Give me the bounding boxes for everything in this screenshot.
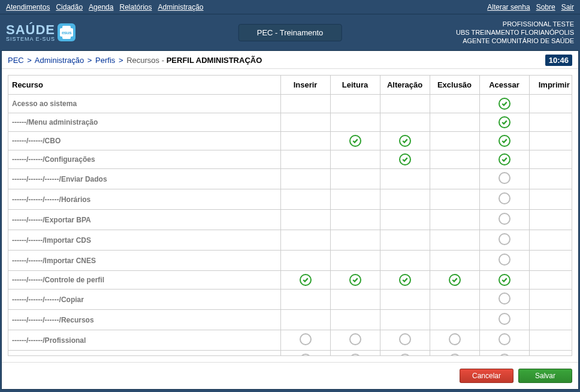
permission-cell[interactable] [479, 150, 529, 169]
permission-cell [529, 271, 572, 290]
permission-cell[interactable] [330, 330, 380, 351]
permission-cell[interactable] [479, 210, 529, 230]
uncheck-icon[interactable] [300, 354, 312, 355]
check-icon[interactable] [399, 135, 411, 147]
permission-cell [280, 113, 330, 132]
permission-cell[interactable] [330, 132, 380, 150]
permission-cell [380, 251, 430, 271]
permission-cell[interactable] [280, 271, 330, 290]
uncheck-icon[interactable] [449, 354, 461, 355]
check-icon[interactable] [449, 274, 461, 286]
uncheck-icon[interactable] [499, 254, 510, 266]
table-row: ------/------/Controle de perfil [8, 271, 572, 290]
crumb-pec[interactable]: PEC [8, 56, 24, 65]
permission-cell[interactable] [479, 290, 529, 310]
permission-cell [529, 113, 572, 132]
permission-cell[interactable] [479, 251, 529, 271]
check-icon[interactable] [300, 274, 312, 286]
uncheck-icon[interactable] [449, 333, 461, 345]
col-acessar: Acessar [479, 76, 529, 95]
permission-cell[interactable] [330, 271, 380, 290]
check-icon[interactable] [499, 135, 510, 147]
permission-cell [529, 150, 572, 169]
uncheck-icon[interactable] [499, 333, 510, 345]
uncheck-icon[interactable] [499, 233, 510, 245]
permission-cell[interactable] [479, 113, 529, 132]
check-icon[interactable] [399, 274, 411, 286]
nav-agenda[interactable]: Agenda [89, 3, 113, 11]
table-row: ------/------/------/Horários [8, 189, 572, 210]
table-row: ------/------/------/Enviar Dados [8, 169, 572, 189]
check-icon[interactable] [499, 116, 510, 128]
nav-sair[interactable]: Sair [561, 3, 574, 11]
check-icon[interactable] [349, 274, 361, 286]
uncheck-icon[interactable] [349, 354, 361, 355]
nav-cidadao[interactable]: Cidadão [56, 3, 83, 11]
uncheck-icon[interactable] [399, 333, 411, 345]
uncheck-icon[interactable] [349, 333, 361, 345]
check-icon[interactable] [499, 274, 510, 286]
nav-relatorios[interactable]: Relatórios [119, 3, 152, 11]
pec-badge: PEC - Treinamento [238, 24, 342, 41]
uncheck-icon[interactable] [499, 192, 510, 204]
table-row: ------/------/Importar CNES [8, 251, 572, 271]
resource-label: ------/------/Configurações [8, 150, 280, 169]
header: SAÚDE SISTEMA E-SUS esus PEC - Treinamen… [0, 14, 580, 50]
uncheck-icon[interactable] [499, 213, 510, 225]
check-icon[interactable] [499, 98, 510, 110]
permission-cell[interactable] [479, 230, 529, 251]
uncheck-icon[interactable] [300, 333, 312, 345]
permission-cell [280, 290, 330, 310]
check-icon[interactable] [349, 135, 361, 147]
crumb-admin[interactable]: Administração [35, 56, 84, 65]
permission-cell[interactable] [280, 330, 330, 351]
permission-cell[interactable] [380, 150, 430, 169]
permission-cell [330, 150, 380, 169]
save-button[interactable]: Salvar [518, 369, 572, 383]
permission-cell [380, 310, 430, 330]
permission-cell[interactable] [479, 169, 529, 189]
nav-sobre[interactable]: Sobre [536, 3, 555, 11]
resource-label: ------/------/------/Horários [8, 189, 280, 210]
permission-cell[interactable] [380, 132, 430, 150]
table-row: Acesso ao sistema [8, 95, 572, 113]
permission-cell[interactable] [380, 351, 430, 356]
col-inserir: Inserir [280, 76, 330, 95]
permission-cell[interactable] [430, 351, 479, 356]
cancel-button[interactable]: Cancelar [460, 369, 513, 383]
table-scroll[interactable]: Recurso Inserir Leitura Alteração Exclus… [8, 76, 572, 355]
check-icon[interactable] [499, 153, 510, 165]
permission-cell[interactable] [479, 271, 529, 290]
permission-cell[interactable] [330, 351, 380, 356]
check-icon[interactable] [399, 153, 411, 165]
permission-cell[interactable] [430, 271, 479, 290]
resource-label: ------/------/------/Enviar Dados [8, 169, 280, 189]
permission-cell[interactable] [430, 330, 479, 351]
permission-cell [280, 132, 330, 150]
uncheck-icon[interactable] [499, 293, 510, 304]
nav-atendimentos[interactable]: Atendimentos [6, 3, 50, 11]
uncheck-icon[interactable] [399, 354, 411, 355]
resource-label: ------/------/CBO [8, 132, 280, 150]
permission-cell[interactable] [380, 271, 430, 290]
permission-cell[interactable] [479, 132, 529, 150]
permission-cell[interactable] [380, 330, 430, 351]
permission-cell[interactable] [280, 351, 330, 356]
crumb-perfis[interactable]: Perfis [95, 56, 115, 65]
permission-cell[interactable] [479, 330, 529, 351]
nav-alterar-senha[interactable]: Alterar senha [487, 3, 530, 11]
uncheck-icon[interactable] [499, 354, 510, 355]
nav-administracao[interactable]: Administração [158, 3, 204, 11]
uncheck-icon[interactable] [499, 172, 510, 184]
permission-cell[interactable] [479, 310, 529, 330]
col-exclusao: Exclusão [430, 76, 479, 95]
permission-cell [430, 150, 479, 169]
permission-cell[interactable] [479, 95, 529, 113]
permission-cell[interactable] [479, 189, 529, 210]
breadcrumb-bar: PEC > Administração > Perfis > Recursos … [2, 51, 578, 69]
user-line2: UBS TREINAMENTO FLORIANÓPOLIS [456, 28, 574, 37]
permission-cell [529, 189, 572, 210]
permission-cell[interactable] [479, 351, 529, 356]
uncheck-icon[interactable] [499, 313, 510, 325]
table-row: ------/------/------/Gestor Estadual [8, 351, 572, 356]
